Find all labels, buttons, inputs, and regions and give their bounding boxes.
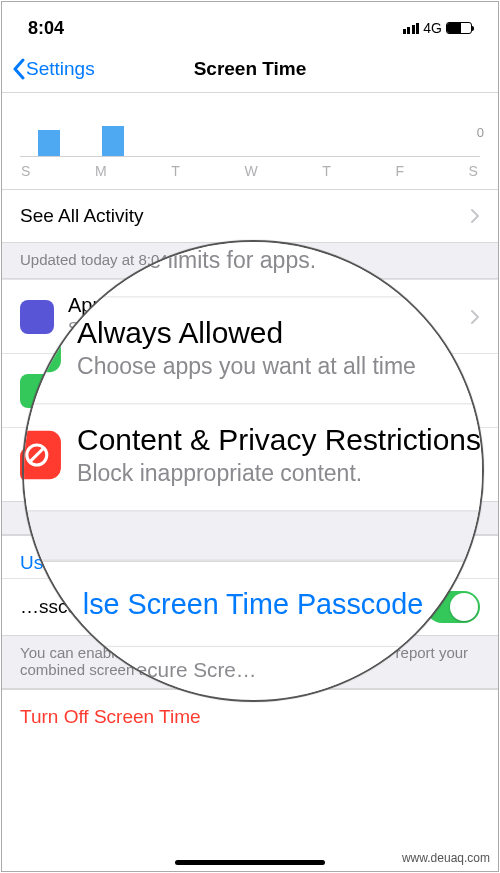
hourglass-icon (20, 300, 54, 334)
always-allowed-row-mag[interactable]: Always Allowed Choose apps you want at a… (22, 296, 484, 403)
nav-back-button[interactable]: Settings (2, 58, 95, 80)
usage-chart: 0 (20, 99, 480, 157)
chevron-left-icon (12, 58, 26, 80)
nav-title: Screen Time (194, 58, 307, 80)
status-time: 8:04 (28, 18, 64, 39)
cellular-signal-icon (403, 23, 420, 34)
nav-back-label: Settings (26, 58, 95, 80)
nav-bar: Settings Screen Time (2, 46, 498, 92)
always-allowed-sub-mag: Choose apps you want at all time (77, 354, 416, 380)
chart-day: T (322, 163, 332, 179)
battery-icon (446, 22, 472, 34)
section-gap-mag (22, 510, 484, 561)
svg-line-1 (31, 449, 43, 461)
status-right: 4G (403, 20, 472, 36)
chart-day-axis: S M T W T F S (20, 157, 480, 179)
turn-off-label: Turn Off Screen Time (20, 706, 201, 727)
see-all-activity-row[interactable]: See All Activity (2, 189, 498, 242)
turn-off-row[interactable]: Turn Off Screen Time (2, 689, 498, 744)
use-passcode-row-mag[interactable]: lse Screen Time Passcode (22, 561, 484, 646)
always-allowed-title-mag: Always Allowed (77, 316, 416, 352)
chart-day: S (469, 163, 479, 179)
watermark: www.deuaq.com (402, 851, 490, 865)
content-privacy-sub-mag: Block inappropriate content. (77, 461, 481, 487)
chevron-right-icon (470, 208, 480, 224)
content-privacy-row-mag[interactable]: Content & Privacy Restrictions Block ina… (22, 403, 484, 510)
phone-frame: 8:04 4G Settings Screen Time 0 S (1, 1, 499, 872)
chart-bar (38, 130, 60, 156)
usage-chart-card: 0 S M T W T F S (2, 92, 498, 189)
network-label: 4G (423, 20, 442, 36)
status-bar: 8:04 4G (2, 2, 498, 46)
chart-zero-label: 0 (477, 125, 484, 140)
magnifier-overlay: …Limits Set time limits for apps. Always… (22, 240, 484, 702)
chart-bar (102, 126, 124, 156)
chart-day: M (95, 163, 108, 179)
chart-day: S (21, 163, 31, 179)
use-passcode-label-mag: lse Screen Time Passcode (83, 587, 423, 619)
no-entry-icon (22, 431, 61, 479)
chevron-right-icon (470, 309, 480, 325)
chart-day: T (171, 163, 181, 179)
see-all-activity-label: See All Activity (20, 205, 144, 227)
chart-day: W (244, 163, 258, 179)
chart-day: F (395, 163, 405, 179)
home-indicator[interactable] (175, 860, 325, 865)
content-privacy-title-mag: Content & Privacy Restrictions (77, 423, 481, 459)
